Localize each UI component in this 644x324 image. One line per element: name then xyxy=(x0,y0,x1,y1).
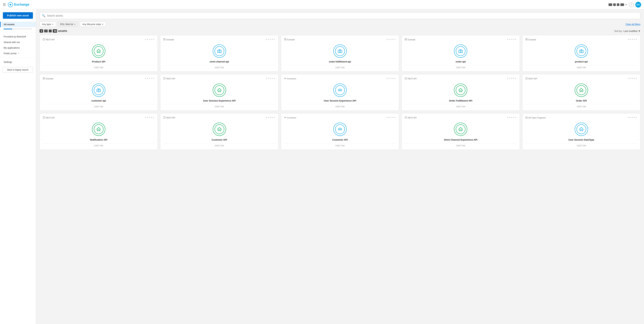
asset-card[interactable]: Example ★★★★★ product-api GSET DAI xyxy=(522,35,640,72)
back-to-legacy-search-button[interactable]: Back to legacy search xyxy=(3,67,33,73)
card-header: Example ★★★★★ xyxy=(526,38,637,41)
assets-grid: REST API ★★★★★ Product API GSET DAI Exam… xyxy=(40,35,640,150)
card-org: GSET DAI xyxy=(526,106,637,108)
asset-card[interactable]: Connector ★★★★★ Customer API GSET DAI xyxy=(281,113,399,150)
asset-card[interactable]: Example ★★★★★ omni-channel-api GSET DAI xyxy=(160,35,278,72)
card-name: User Session Experience API xyxy=(163,99,275,102)
card-icon-area xyxy=(526,43,637,60)
card-org: GSET DAI xyxy=(163,106,275,108)
search-input[interactable] xyxy=(47,14,638,17)
asset-icon-outer xyxy=(575,122,588,136)
menu-icon[interactable]: ☰ xyxy=(3,3,6,7)
group-filter-button[interactable]: EGL Mod tst ▼ xyxy=(58,22,78,27)
type-filter-button[interactable]: Any type ▼ xyxy=(40,22,56,27)
card-divider xyxy=(163,104,275,104)
help-icon[interactable]: ? xyxy=(629,2,634,7)
sidebar-progress xyxy=(0,27,36,31)
asset-card[interactable]: REST API ★★★★★ Omni Channel Experience A… xyxy=(402,113,520,150)
card-type-icon xyxy=(163,116,166,119)
clear-all-filters-button[interactable]: Clear all filters xyxy=(626,23,640,26)
asset-icon-outer xyxy=(454,44,467,58)
asset-icon-inner xyxy=(94,124,104,134)
asset-card[interactable]: Example ★★★★★ order-fulfillment-api GSET… xyxy=(281,35,399,72)
asset-card[interactable]: REST API ★★★★★ Order API GSET DAI xyxy=(522,74,640,111)
card-header: REST API ★★★★★ xyxy=(43,116,154,119)
asset-card[interactable]: REST API ★★★★★ Order Fulfillment API GSE… xyxy=(402,74,520,111)
card-header: REST API ★★★★★ xyxy=(43,38,154,41)
sidebar-item-settings[interactable]: Settings xyxy=(0,59,36,65)
card-type-icon xyxy=(43,38,45,41)
card-type-label: Example xyxy=(46,78,54,80)
nav-icon-4[interactable] xyxy=(620,4,624,6)
svg-rect-12 xyxy=(580,50,583,53)
asset-card[interactable]: Connector ★★★★★ User Session Experience … xyxy=(281,74,399,111)
svg-point-19 xyxy=(286,78,286,79)
card-type: REST API xyxy=(404,116,416,119)
asset-card[interactable]: API Spec Fragment ★★★★★ User Session Dat… xyxy=(522,113,640,150)
count-block-3 xyxy=(49,30,52,32)
card-name: User Session Experience API xyxy=(284,99,396,102)
asset-icon-inner xyxy=(335,124,345,134)
external-link-icon: ↗ xyxy=(18,52,19,54)
sidebar-item-provided[interactable]: Provided by MuleSoft xyxy=(0,34,36,40)
publish-new-asset-button[interactable]: Publish new asset xyxy=(3,12,33,19)
app-body: Publish new asset All assets Provided by… xyxy=(0,9,644,324)
nav-chevron-icon[interactable]: ▼ xyxy=(625,4,627,6)
group-filter-label: EGL Mod tst xyxy=(60,23,73,26)
nav-icon-2[interactable] xyxy=(613,4,616,6)
card-divider xyxy=(43,143,154,144)
card-stars: ★★★★★ xyxy=(266,116,276,118)
card-stars: ★★★★★ xyxy=(507,116,517,118)
svg-rect-15 xyxy=(97,89,100,92)
card-type: REST API xyxy=(163,116,175,119)
card-icon-area xyxy=(43,43,154,60)
sort-button[interactable]: Last modified ▼ xyxy=(624,30,640,32)
card-stars: ★★★★★ xyxy=(507,38,517,40)
asset-card[interactable]: REST API ★★★★★ Customer API GSET DAI xyxy=(160,113,278,150)
card-icon-area xyxy=(284,121,396,138)
asset-card[interactable]: REST API ★★★★★ Notification API GSET DAI xyxy=(40,113,158,150)
portal-label: Public portal xyxy=(4,52,16,55)
sidebar-item-shared[interactable]: Shared with me xyxy=(0,40,36,45)
card-divider xyxy=(284,104,396,104)
lifecycle-filter-label: Any lifecycle state xyxy=(82,23,101,26)
sort-value: Last modified xyxy=(624,30,637,32)
card-org: GSET DAI xyxy=(526,144,637,147)
asset-card[interactable]: REST API ★★★★★ User Session Experience A… xyxy=(160,74,278,111)
asset-card[interactable]: Example ★★★★★ order-api GSET DAI xyxy=(402,35,520,72)
nav-icon-1[interactable] xyxy=(608,4,612,6)
asset-icon-inner xyxy=(214,124,224,134)
sort-area: Sort by: Last modified ▼ xyxy=(614,30,640,32)
asset-icon-outer xyxy=(333,84,347,97)
sort-by-label: Sort by: xyxy=(614,30,622,32)
card-divider xyxy=(43,104,154,104)
sidebar-item-portal[interactable]: Public portal ↗ xyxy=(0,50,36,56)
asset-card[interactable]: REST API ★★★★★ Product API GSET DAI xyxy=(40,35,158,72)
sidebar-item-all-assets[interactable]: All assets xyxy=(0,22,36,27)
count-block-4: ■■ xyxy=(53,29,57,32)
card-type: Connector xyxy=(284,77,296,80)
sidebar-item-applications[interactable]: My applications xyxy=(0,45,36,50)
nav-icon-3[interactable] xyxy=(617,4,619,6)
card-type: REST API xyxy=(526,77,537,80)
asset-card[interactable]: Example ★★★★★ customer-api GSET DAI xyxy=(40,74,158,111)
card-org: GSET DAI xyxy=(284,106,396,108)
card-name: order-api xyxy=(404,60,516,63)
nav-left: ☰ Exchange xyxy=(3,2,29,7)
asset-icon-outer xyxy=(213,44,226,58)
card-name: Notification API xyxy=(43,138,154,141)
card-header: REST API ★★★★★ xyxy=(163,116,275,119)
count-block-1: ■ xyxy=(40,29,43,32)
svg-rect-6 xyxy=(338,50,342,53)
user-avatar[interactable]: DU xyxy=(635,2,641,8)
progress-bar-fill xyxy=(4,28,12,29)
card-stars: ★★★★★ xyxy=(628,38,637,40)
card-type-icon xyxy=(163,77,166,80)
group-filter-chevron-icon: ▼ xyxy=(74,23,76,26)
count-block-2 xyxy=(44,30,48,32)
card-type-icon xyxy=(404,77,407,80)
lifecycle-filter-button[interactable]: Any lifecycle state ▼ xyxy=(80,22,106,27)
card-header: Example ★★★★★ xyxy=(404,38,516,41)
card-header: REST API ★★★★★ xyxy=(526,77,637,80)
search-bar: 🔍 xyxy=(40,12,640,19)
